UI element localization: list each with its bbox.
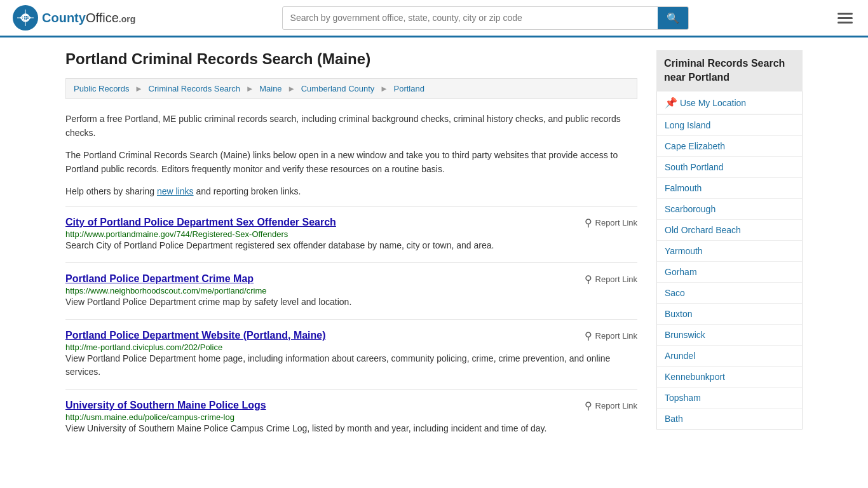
search-input[interactable]: [283, 8, 658, 28]
site-logo[interactable]: C CountyOffice.org: [13, 5, 135, 30]
link-description: Search City of Portland Police Departmen…: [65, 239, 637, 252]
use-location-label: Use My Location: [680, 98, 746, 108]
new-links-link[interactable]: new links: [157, 186, 194, 196]
description-1: Perform a free Portland, ME public crimi…: [65, 112, 637, 140]
page-title: Portland Criminal Records Search (Maine): [65, 50, 637, 68]
sidebar-use-location[interactable]: 📌 Use My Location: [657, 92, 802, 115]
sidebar-link[interactable]: Bath: [657, 409, 802, 429]
report-icon: ⚲: [585, 217, 592, 229]
link-item-header: City of Portland Police Department Sex O…: [65, 217, 637, 229]
sidebar-title: Criminal Records Search near Portland: [656, 50, 803, 92]
breadcrumb-public-records[interactable]: Public Records: [74, 84, 129, 93]
report-link-label: Report Link: [595, 274, 637, 284]
report-link[interactable]: ⚲ Report Link: [585, 330, 637, 342]
link-item-header: Portland Police Department Website (Port…: [65, 330, 637, 342]
report-link[interactable]: ⚲ Report Link: [585, 217, 637, 229]
link-item-title[interactable]: Portland Police Department Crime Map: [65, 273, 254, 285]
sidebar-link[interactable]: Buxton: [657, 304, 802, 324]
link-item-title[interactable]: City of Portland Police Department Sex O…: [65, 217, 336, 228]
menu-line-1: [837, 13, 853, 15]
sidebar-item-topsham[interactable]: Topsham: [657, 388, 802, 409]
link-description: View University of Southern Maine Police…: [65, 422, 637, 435]
link-description: View Portland Police Department home pag…: [65, 352, 637, 379]
link-url[interactable]: https://www.neighborhoodscout.com/me/por…: [65, 286, 267, 295]
sidebar-link[interactable]: South Portland: [657, 157, 802, 177]
report-link[interactable]: ⚲ Report Link: [585, 400, 637, 412]
report-icon: ⚲: [585, 400, 592, 412]
sidebar-item-gorham[interactable]: Gorham: [657, 262, 802, 283]
sidebar-item-long-island[interactable]: Long Island: [657, 115, 802, 136]
breadcrumb-cumberland-county[interactable]: Cumberland County: [301, 84, 375, 93]
sidebar-link[interactable]: Scarborough: [657, 199, 802, 219]
report-link-label: Report Link: [595, 218, 637, 227]
sidebar-link[interactable]: Long Island: [657, 115, 802, 135]
report-icon: ⚲: [585, 273, 592, 285]
sidebar-item-saco[interactable]: Saco: [657, 283, 802, 304]
sidebar-item-bath[interactable]: Bath: [657, 409, 802, 429]
use-location-link[interactable]: 📌 Use My Location: [657, 92, 802, 114]
sidebar-link[interactable]: Falmouth: [657, 178, 802, 198]
description-3: Help others by sharing new links and rep…: [65, 184, 637, 198]
sidebar-item-old-orchard-beach[interactable]: Old Orchard Beach: [657, 220, 802, 241]
search-button[interactable]: 🔍: [658, 7, 688, 29]
sidebar-link[interactable]: Old Orchard Beach: [657, 220, 802, 240]
sidebar-item-yarmouth[interactable]: Yarmouth: [657, 241, 802, 262]
link-items-container: City of Portland Police Department Sex O…: [65, 206, 637, 445]
sidebar-item-cape-elizabeth[interactable]: Cape Elizabeth: [657, 136, 802, 157]
site-header: C CountyOffice.org 🔍: [0, 0, 868, 37]
logo-icon: C: [13, 5, 38, 30]
link-item: University of Southern Maine Police Logs…: [65, 389, 637, 445]
sidebar-list: 📌 Use My Location Long IslandCape Elizab…: [656, 92, 803, 430]
sidebar-item-brunswick[interactable]: Brunswick: [657, 325, 802, 346]
link-description: View Portland Police Department crime ma…: [65, 295, 637, 309]
menu-button[interactable]: [835, 10, 855, 26]
search-bar: 🔍: [282, 6, 689, 30]
link-url[interactable]: http://usm.maine.edu/police/campus-crime…: [65, 412, 234, 422]
menu-line-3: [837, 22, 853, 24]
breadcrumb-criminal-records-search[interactable]: Criminal Records Search: [149, 84, 241, 93]
sidebar-link[interactable]: Saco: [657, 283, 802, 303]
sidebar-item-kennebunkport[interactable]: Kennebunkport: [657, 367, 802, 388]
link-item: Portland Police Department Website (Port…: [65, 319, 637, 389]
sidebar-link[interactable]: Topsham: [657, 388, 802, 408]
description-2: The Portland Criminal Records Search (Ma…: [65, 148, 637, 177]
location-pin-icon: 📌: [665, 97, 677, 108]
link-item-header: Portland Police Department Crime Map ⚲ R…: [65, 273, 637, 285]
sidebar-link[interactable]: Gorham: [657, 262, 802, 282]
sidebar-link[interactable]: Yarmouth: [657, 241, 802, 261]
link-item: Portland Police Department Crime Map ⚲ R…: [65, 262, 637, 319]
sidebar-link[interactable]: Brunswick: [657, 325, 802, 345]
breadcrumb-portland[interactable]: Portland: [393, 84, 424, 93]
logo-text: CountyOffice.org: [42, 11, 135, 25]
report-link[interactable]: ⚲ Report Link: [585, 273, 637, 285]
report-link-label: Report Link: [595, 331, 637, 341]
search-icon: 🔍: [667, 13, 679, 24]
sidebar-item-arundel[interactable]: Arundel: [657, 346, 802, 367]
sidebar-item-scarborough[interactable]: Scarborough: [657, 199, 802, 220]
main-container: Portland Criminal Records Search (Maine)…: [53, 37, 815, 471]
menu-line-2: [837, 17, 853, 19]
sidebar-link[interactable]: Arundel: [657, 346, 802, 366]
sidebar-link[interactable]: Kennebunkport: [657, 367, 802, 387]
breadcrumb-maine[interactable]: Maine: [259, 84, 281, 93]
link-item-header: University of Southern Maine Police Logs…: [65, 400, 637, 412]
report-link-label: Report Link: [595, 401, 637, 410]
sidebar: Criminal Records Search near Portland 📌 …: [656, 50, 803, 445]
sidebar-item-buxton[interactable]: Buxton: [657, 304, 802, 325]
content-area: Portland Criminal Records Search (Maine)…: [65, 50, 637, 445]
sidebar-link[interactable]: Cape Elizabeth: [657, 136, 802, 156]
sidebar-item-falmouth[interactable]: Falmouth: [657, 178, 802, 199]
link-url[interactable]: http://me-portland.civicplus.com/202/Pol…: [65, 342, 222, 352]
breadcrumb: Public Records ► Criminal Records Search…: [65, 78, 637, 99]
link-item-title[interactable]: University of Southern Maine Police Logs: [65, 400, 266, 411]
link-item: City of Portland Police Department Sex O…: [65, 206, 637, 262]
link-url[interactable]: http://www.portlandmaine.gov/744/Registe…: [65, 229, 288, 239]
link-item-title[interactable]: Portland Police Department Website (Port…: [65, 330, 326, 341]
sidebar-item-south-portland[interactable]: South Portland: [657, 157, 802, 178]
report-icon: ⚲: [585, 330, 592, 342]
